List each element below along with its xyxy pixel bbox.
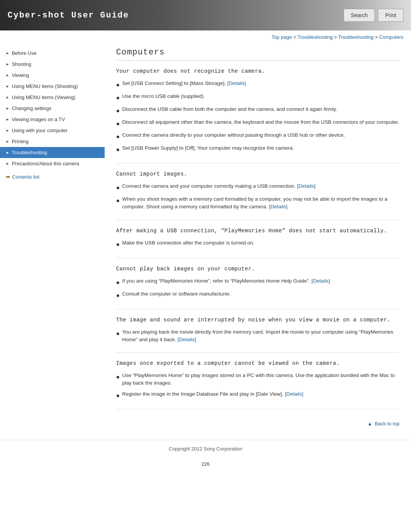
breadcrumb-troubleshooting-1[interactable]: Troubleshooting	[297, 34, 333, 40]
details-link[interactable]: [Details]	[269, 204, 288, 209]
chevron-right-icon: ►	[6, 73, 10, 77]
list-item: ● Use the micro USB cable (supplied).	[116, 93, 400, 102]
details-link[interactable]: [Details]	[285, 391, 304, 397]
section-interrupted-noise: The image and sound are interrupted by n…	[116, 317, 400, 353]
list-item: ● You are playing back the movie directl…	[116, 328, 400, 344]
list-item: ● Disconnect the USB cable from both the…	[116, 105, 400, 115]
details-link[interactable]: [Details]	[297, 183, 315, 189]
contents-list-link[interactable]: ➡ Contents list	[0, 169, 105, 184]
header: Cyber-shot User Guide Search Print	[0, 0, 411, 30]
back-to-top: ▲ Back to top	[116, 417, 400, 428]
sidebar-item-menu-viewing[interactable]: ► Using MENU items (Viewing)	[0, 92, 105, 103]
sidebar-item-menu-shooting[interactable]: ► Using MENU items (Shooting)	[0, 81, 105, 92]
bullet-dot: ●	[116, 372, 122, 382]
bullet-list-1: ● Set [USB Connect Setting] to [Mass Sto…	[116, 80, 400, 154]
bullet-dot: ●	[116, 119, 122, 128]
sidebar-item-viewing-tv[interactable]: ► Viewing images on a TV	[0, 114, 105, 125]
sidebar: ► Before Use ► Shooting ► Viewing ► Usin…	[0, 44, 105, 436]
chevron-right-icon: ►	[6, 95, 10, 99]
list-item: ● Register the image in the Image Databa…	[116, 390, 400, 400]
chevron-right-icon: ►	[6, 62, 10, 66]
list-item: ● Make the USB connection after the comp…	[116, 239, 400, 249]
bullet-dot: ●	[116, 145, 122, 154]
print-button[interactable]: Print	[378, 9, 403, 22]
details-link[interactable]: [Details]	[227, 80, 246, 86]
section-heading-6: Images once exported to a computer canno…	[116, 360, 400, 366]
chevron-right-icon: ►	[6, 117, 10, 121]
triangle-up-icon: ▲	[367, 421, 372, 427]
list-item: ● If you are using “PlayMemories Home”, …	[116, 277, 400, 287]
sidebar-item-troubleshooting[interactable]: ► Troubleshooting	[0, 147, 105, 158]
page-layout: ► Before Use ► Shooting ► Viewing ► Usin…	[0, 44, 411, 436]
list-item: ● Set [USB Connect Setting] to [Mass Sto…	[116, 80, 400, 89]
search-button[interactable]: Search	[344, 9, 375, 22]
bullet-dot: ●	[116, 132, 122, 141]
sidebar-item-shooting[interactable]: ► Shooting	[0, 59, 105, 70]
bullet-dot: ●	[116, 291, 122, 300]
bullet-list-3: ● Make the USB connection after the comp…	[116, 239, 400, 249]
main-content: Computers Your computer does not recogni…	[105, 44, 411, 436]
breadcrumb-troubleshooting-2[interactable]: Troubleshooting	[338, 34, 374, 40]
list-item: ● Use “PlayMemories Home” to play images…	[116, 372, 400, 387]
section-not-recognize: Your computer does not recognize the cam…	[116, 68, 400, 163]
page-footer: Copyright 2012 Sony Corporation	[0, 440, 411, 457]
bullet-list-4: ● If you are using “PlayMemories Home”, …	[116, 277, 400, 300]
back-to-top-label: Back to top	[375, 421, 400, 427]
bullet-dot: ●	[116, 93, 122, 102]
bullet-dot: ●	[116, 183, 122, 192]
contents-list-label: Contents list	[12, 174, 40, 180]
arrow-right-icon: ➡	[6, 174, 10, 180]
copyright-text: Copyright 2012 Sony Corporation	[169, 446, 242, 452]
chevron-right-icon: ►	[6, 161, 10, 166]
section-heading-2: Cannot import images.	[116, 171, 400, 177]
back-to-top-link[interactable]: ▲ Back to top	[367, 421, 400, 427]
section-heading-5: The image and sound are interrupted by n…	[116, 317, 400, 323]
sidebar-item-viewing[interactable]: ► Viewing	[0, 70, 105, 81]
section-cannot-import: Cannot import images. ● Connect the came…	[116, 171, 400, 220]
list-item: ● Connect the camera directly to your co…	[116, 131, 400, 141]
list-item: ● When you shoot images with a memory ca…	[116, 195, 400, 211]
bullet-list-5: ● You are playing back the movie directl…	[116, 328, 400, 344]
chevron-right-icon: ►	[6, 139, 10, 144]
bullet-list-6: ● Use “PlayMemories Home” to play images…	[116, 372, 400, 400]
breadcrumb: Top page > Troubleshooting > Troubleshoo…	[0, 30, 411, 44]
details-link[interactable]: [Details]	[178, 337, 196, 342]
sidebar-item-changing-settings[interactable]: ► Changing settings	[0, 103, 105, 114]
bullet-dot: ●	[116, 278, 122, 287]
sidebar-item-precautions[interactable]: ► Precautions/About this camera	[0, 158, 105, 169]
bullet-dot: ●	[116, 391, 122, 400]
header-buttons: Search Print	[344, 9, 403, 22]
bullet-dot: ●	[116, 80, 122, 89]
section-heading-3: After making a USB connection, “PlayMemo…	[116, 228, 400, 234]
chevron-right-icon: ►	[6, 128, 10, 133]
bullet-list-2: ● Connect the camera and your computer c…	[116, 182, 400, 211]
bullet-dot: ●	[116, 329, 122, 338]
list-item: ● Consult the computer or software manuf…	[116, 290, 400, 300]
site-title: Cyber-shot User Guide	[8, 11, 129, 20]
details-link[interactable]: [Details]	[311, 278, 330, 284]
list-item: ● Set [USB Power Supply] to [Off]. Your …	[116, 144, 400, 154]
chevron-right-icon: ►	[6, 150, 10, 155]
page-title: Computers	[116, 48, 400, 61]
section-heading-4: Cannot play back images on your computer…	[116, 266, 400, 272]
section-cannot-play: Cannot play back images on your computer…	[116, 266, 400, 309]
bullet-dot: ●	[116, 240, 122, 249]
breadcrumb-top-page[interactable]: Top page	[271, 34, 292, 40]
list-item: ● Connect the camera and your computer c…	[116, 182, 400, 192]
chevron-right-icon: ►	[6, 106, 10, 110]
sidebar-item-before-use[interactable]: ► Before Use	[0, 48, 105, 59]
list-item: ● Disconnect all equipment other than th…	[116, 118, 400, 128]
section-playmemories: After making a USB connection, “PlayMemo…	[116, 228, 400, 258]
page-number: 226	[0, 457, 411, 471]
breadcrumb-computers[interactable]: Computers	[379, 34, 403, 40]
sidebar-item-printing[interactable]: ► Printing	[0, 136, 105, 147]
chevron-right-icon: ►	[6, 84, 10, 88]
bullet-dot: ●	[116, 106, 122, 115]
sidebar-item-using-computer[interactable]: ► Using with your computer	[0, 125, 105, 136]
section-exported-images: Images once exported to a computer canno…	[116, 360, 400, 409]
bullet-dot: ●	[116, 196, 122, 205]
section-heading-1: Your computer does not recognize the cam…	[116, 68, 400, 74]
chevron-right-icon: ►	[6, 51, 10, 55]
